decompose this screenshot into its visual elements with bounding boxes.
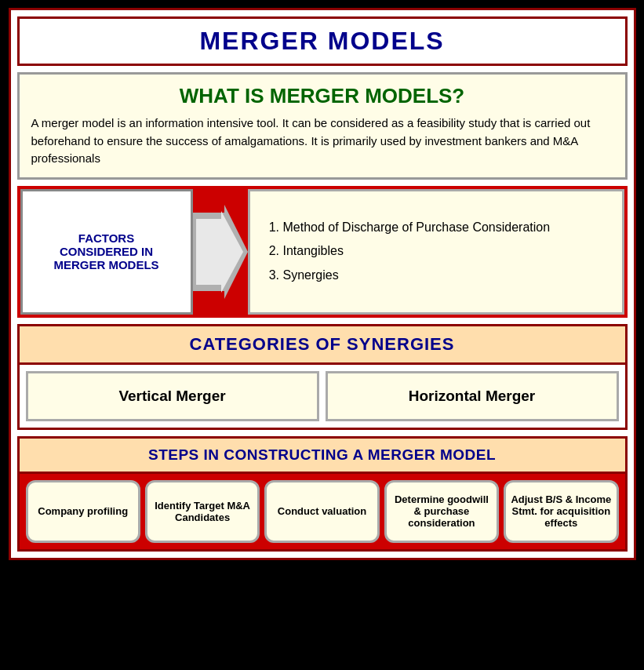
horizontal-merger-box: Horizontal Merger bbox=[326, 371, 619, 421]
svg-marker-1 bbox=[196, 211, 243, 293]
step-2: Identify Target M&A Candidates bbox=[145, 480, 260, 543]
arrow-area bbox=[193, 189, 248, 315]
factor-item-3: Synergies bbox=[283, 264, 551, 287]
factors-list: Method of Discharge of Purchase Consider… bbox=[266, 216, 551, 287]
steps-title: STEPS IN CONSTRUCTING A MERGER MODEL bbox=[148, 446, 496, 463]
arrow-icon bbox=[193, 205, 248, 299]
categories-wrapper: CATEGORIES OF SYNERGIES Vertical Merger … bbox=[17, 324, 628, 430]
factors-left-box: FACTORS CONSIDERED IN MERGER MODELS bbox=[20, 189, 193, 315]
step-4: Determine goodwill & purchase considerat… bbox=[384, 480, 499, 543]
what-description: A merger model is an information intensi… bbox=[31, 115, 613, 168]
steps-row: Company profiling Identify Target M&A Ca… bbox=[17, 474, 628, 552]
main-title: MERGER MODELS bbox=[27, 27, 617, 56]
merger-types-row: Vertical Merger Horizontal Merger bbox=[17, 365, 628, 430]
steps-title-bar: STEPS IN CONSTRUCTING A MERGER MODEL bbox=[17, 436, 628, 474]
what-section: WHAT IS MERGER MODELS? A merger model is… bbox=[17, 72, 628, 180]
steps-wrapper: STEPS IN CONSTRUCTING A MERGER MODEL Com… bbox=[17, 436, 628, 552]
what-heading: WHAT IS MERGER MODELS? bbox=[31, 84, 613, 108]
factors-wrapper: FACTORS CONSIDERED IN MERGER MODELS Meth… bbox=[17, 186, 628, 318]
step-3: Conduct valuation bbox=[264, 480, 379, 543]
categories-title-bar: CATEGORIES OF SYNERGIES bbox=[17, 324, 628, 365]
step-1: Company profiling bbox=[26, 480, 140, 543]
title-section: MERGER MODELS bbox=[17, 16, 628, 66]
factor-item-2: Intangibles bbox=[283, 239, 551, 263]
main-container: MERGER MODELS WHAT IS MERGER MODELS? A m… bbox=[9, 8, 636, 560]
step-5: Adjust B/S & Income Stmt. for acquisitio… bbox=[504, 480, 618, 543]
factor-item-1: Method of Discharge of Purchase Consider… bbox=[283, 216, 551, 239]
categories-title: CATEGORIES OF SYNERGIES bbox=[190, 334, 455, 354]
factors-right-box: Method of Discharge of Purchase Consider… bbox=[248, 189, 624, 315]
factors-inner: FACTORS CONSIDERED IN MERGER MODELS Meth… bbox=[20, 189, 624, 315]
vertical-merger-box: Vertical Merger bbox=[26, 371, 319, 421]
factors-label: FACTORS CONSIDERED IN MERGER MODELS bbox=[45, 224, 166, 279]
